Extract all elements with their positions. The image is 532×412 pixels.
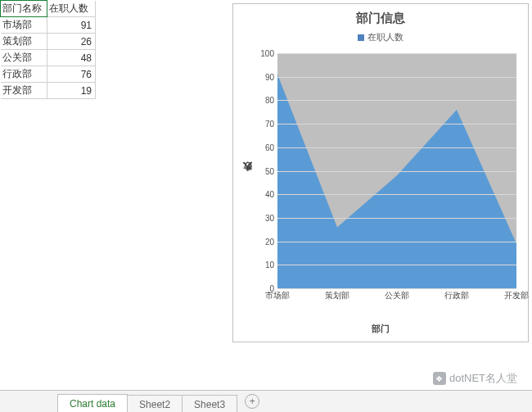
chart-gridline — [277, 77, 516, 78]
cell-dept[interactable]: 行政部 — [1, 66, 47, 83]
chart-title: 部门信息 — [233, 11, 528, 26]
chart-ytick: 20 — [265, 237, 277, 246]
cell-header-dept[interactable]: 部门名称 — [1, 1, 47, 17]
cell-count[interactable]: 19 — [47, 83, 96, 99]
chart-gridline — [277, 171, 516, 172]
sheet-tab-bar: Chart data Sheet2 Sheet3 + — [0, 390, 532, 412]
chart-xtick: 策划部 — [325, 288, 349, 301]
chart-plot-area: 0102030405060708090100市场部策划部公关部行政部开发部 — [277, 53, 516, 289]
chart-ytick: 70 — [265, 120, 277, 129]
cell-count[interactable]: 91 — [47, 17, 96, 34]
cell-dept[interactable]: 公关部 — [1, 50, 47, 66]
chart-gridline — [277, 242, 516, 242]
watermark: ❖ dotNET名人堂 — [433, 371, 517, 386]
sheet-tab-chart-data[interactable]: Chart data — [57, 394, 128, 412]
chart-xtick: 行政部 — [444, 288, 469, 301]
legend-swatch-icon — [358, 34, 364, 41]
sheet-tab-sheet2[interactable]: Sheet2 — [127, 395, 183, 412]
add-sheet-button[interactable]: + — [245, 394, 259, 409]
chart-gridline — [277, 100, 516, 101]
cell-header-count[interactable]: 在职人数 — [47, 1, 96, 17]
chart-xtick: 市场部 — [265, 288, 290, 301]
chart-ytick: 60 — [265, 143, 277, 152]
spreadsheet-grid[interactable]: 部门名称 在职人数 市场部 91 策划部 26 公关部 48 行政部 76 开发… — [0, 0, 229, 99]
sheet-tab-sheet3[interactable]: Sheet3 — [182, 395, 237, 412]
chart-ytick: 50 — [265, 166, 277, 175]
chart-ytick: 100 — [260, 49, 277, 58]
chart-gridline — [277, 124, 516, 125]
cell-count[interactable]: 26 — [47, 34, 96, 50]
legend-label: 在职人数 — [367, 32, 404, 42]
chart-ytick: 40 — [265, 190, 277, 199]
chart-xtick: 开发部 — [504, 288, 529, 301]
cell-count[interactable]: 48 — [47, 50, 96, 66]
svg-marker-0 — [277, 75, 516, 288]
chart-gridline — [277, 53, 516, 54]
chart-gridline — [277, 147, 516, 148]
chart-ytick: 80 — [265, 96, 277, 105]
wechat-icon: ❖ — [433, 372, 446, 385]
chart-ytick: 30 — [265, 213, 277, 222]
chart-container[interactable]: 部门信息 在职人数 人数 0102030405060708090100市场部策划… — [232, 3, 529, 342]
cell-count[interactable]: 76 — [47, 66, 96, 83]
chart-ytick: 90 — [265, 72, 277, 81]
cell-dept[interactable]: 市场部 — [1, 17, 47, 34]
chart-gridline — [277, 265, 516, 265]
chart-gridline — [277, 218, 516, 219]
watermark-text: dotNET名人堂 — [449, 371, 517, 386]
chart-plot: 0102030405060708090100市场部策划部公关部行政部开发部 — [277, 53, 516, 304]
cell-dept[interactable]: 开发部 — [1, 83, 47, 99]
chart-xlabel: 部门 — [233, 323, 528, 335]
chart-legend: 在职人数 — [233, 31, 528, 43]
chart-xtick: 公关部 — [385, 288, 409, 301]
chart-ytick: 10 — [265, 260, 277, 269]
cell-dept[interactable]: 策划部 — [1, 34, 47, 50]
chart-gridline — [277, 194, 516, 195]
